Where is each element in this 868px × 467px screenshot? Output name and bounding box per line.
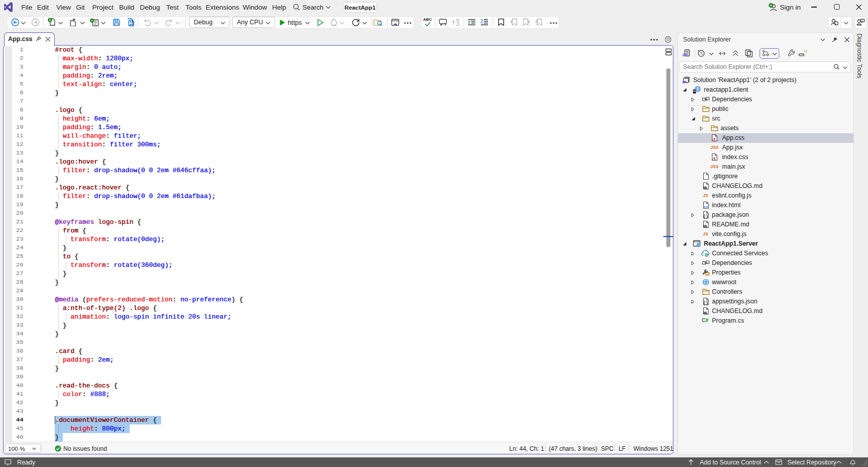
svg-text:M: M: [703, 310, 706, 315]
svg-text:A: A: [712, 156, 715, 161]
svg-text:M: M: [703, 185, 706, 190]
svg-text:{ }: { }: [703, 214, 708, 219]
svg-text:{ }: { }: [703, 300, 708, 305]
svg-text:M: M: [703, 224, 706, 228]
svg-text:2: 2: [480, 19, 483, 24]
svg-text:<>: <>: [703, 205, 708, 209]
svg-text:A: A: [712, 137, 715, 142]
